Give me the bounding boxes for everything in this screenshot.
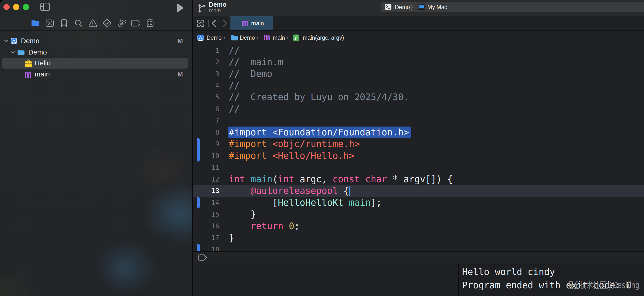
run-destination-icon xyxy=(418,4,426,10)
code-line-4: // xyxy=(229,80,240,91)
variables-view[interactable] xyxy=(193,264,458,296)
line-number: 7 xyxy=(193,115,219,126)
code-line-3: // Demo xyxy=(229,68,272,80)
tree-item-label: Hello xyxy=(35,59,51,67)
code-line-15: } xyxy=(229,208,256,220)
close-button[interactable] xyxy=(4,4,10,10)
tree-item-demo-0[interactable]: DemoM xyxy=(0,36,192,46)
tree-item-label: main xyxy=(35,70,50,78)
breadcrumb-label: main xyxy=(273,35,285,41)
line-number: 15 xyxy=(193,208,219,220)
text-cursor xyxy=(349,186,350,196)
tab-bar: m main xyxy=(193,16,644,30)
objc-file-icon: m xyxy=(24,69,32,80)
run-destination-name[interactable]: My Mac xyxy=(427,4,447,10)
breadcrumb-label: Demo xyxy=(240,35,255,41)
scheme-target-icon xyxy=(385,4,392,10)
app-icon xyxy=(197,35,204,41)
line-number: 5 xyxy=(193,91,219,103)
editor-column: Demo main Demo 〉 My Mac m main Demo〉Demo… xyxy=(193,0,644,296)
line-number: 2 xyxy=(193,56,219,68)
toggle-sidebar-icon[interactable] xyxy=(40,3,50,11)
navigator-sidebar: DemoMDemoHellommainM xyxy=(0,0,192,296)
objc-file-icon: m xyxy=(264,32,270,42)
folder-icon xyxy=(17,49,25,56)
code-editor[interactable]: 1//2// main.m3// Demo4//5// Created by L… xyxy=(193,44,644,251)
folder-icon xyxy=(231,35,238,41)
bookmarks-icon[interactable] xyxy=(61,19,67,27)
run-button[interactable] xyxy=(176,4,184,12)
tree-item-hello-2[interactable]: Hello xyxy=(0,58,192,69)
debug-bar xyxy=(193,251,644,264)
tab-main[interactable]: m main xyxy=(230,16,273,30)
line-number: 8 xyxy=(193,126,219,138)
debug-area: Hello world cindy Program ended with exi… xyxy=(193,264,644,296)
divider xyxy=(208,20,209,27)
watermark-text: 掘金技术社区@Dashing xyxy=(567,279,640,291)
line-number: 13 xyxy=(193,185,219,197)
project-navigator-icon[interactable] xyxy=(31,20,40,27)
line-number: 17 xyxy=(193,232,219,243)
objc-file-icon: m xyxy=(242,18,249,28)
code-line-14: [HelloHelloKt main]; xyxy=(229,197,382,208)
chevron-right-icon: 〉 xyxy=(411,4,413,10)
code-line-5: // Created by Luyu on 2025/4/30. xyxy=(229,91,409,103)
console-output[interactable]: Hello world cindy Program ended with exi… xyxy=(459,264,644,296)
go-back-icon[interactable] xyxy=(210,20,217,27)
chevron-down-icon[interactable] xyxy=(10,51,15,54)
code-line-12: int main(int argc, const char * argv[]) … xyxy=(229,173,453,185)
breakpoints-icon[interactable] xyxy=(131,20,140,27)
tests-icon[interactable] xyxy=(103,19,111,27)
line-number: 3 xyxy=(193,68,219,80)
line-number: 4 xyxy=(193,80,219,91)
code-line-10: #import <Hello/Hello.h> xyxy=(229,150,354,162)
issues-icon[interactable] xyxy=(88,19,97,27)
scheme-target-name[interactable]: Demo xyxy=(395,4,410,10)
code-line-9: #import <objc/runtime.h> xyxy=(229,138,360,150)
breadcrumb-label: main(argc, argv) xyxy=(303,35,344,41)
line-number: 18 xyxy=(193,244,219,251)
line-number: 11 xyxy=(193,162,219,173)
status-badge: M xyxy=(178,37,183,45)
debug-gauge-icon[interactable] xyxy=(117,19,126,28)
breadcrumb-label: Demo xyxy=(206,35,222,41)
line-number: 16 xyxy=(193,220,219,232)
breakpoint-tag-icon[interactable] xyxy=(198,254,207,261)
line-number: 12 xyxy=(193,173,219,185)
code-line-13: @autoreleasepool { xyxy=(229,185,349,197)
sidebar-titlebar xyxy=(0,0,192,16)
tree-item-demo-1[interactable]: Demo xyxy=(0,47,192,58)
framework-icon xyxy=(24,59,32,67)
xcode-window: DemoMDemoHellommainM Demo main Demo 〉 My… xyxy=(0,0,644,296)
go-forward-icon[interactable] xyxy=(222,20,228,27)
chevron-right-icon: 〉 xyxy=(286,35,288,41)
code-line-2: // main.m xyxy=(229,56,283,68)
line-number: 1 xyxy=(193,45,219,56)
scheme-selector[interactable]: Demo 〉 My Mac xyxy=(381,2,644,12)
tree-item-main-3[interactable]: mmainM xyxy=(0,69,192,80)
code-line-17: } xyxy=(229,232,234,243)
find-icon[interactable] xyxy=(74,19,82,27)
code-line-8: #import <Foundation/Foundation.h> xyxy=(229,126,409,138)
breadcrumb: Demo〉Demo〉mmain〉main(argc, argv) xyxy=(193,31,644,44)
chevron-right-icon: 〉 xyxy=(224,35,225,41)
code-line-1: // xyxy=(229,45,240,56)
tree-item-label: Demo xyxy=(28,48,47,56)
toolbar: Demo main Demo 〉 My Mac xyxy=(193,0,644,16)
chevron-right-icon: 〉 xyxy=(256,35,258,41)
editor-layout-grid-icon[interactable] xyxy=(197,20,204,27)
code-line-6: // xyxy=(229,103,240,115)
git-branch-icon xyxy=(197,2,207,13)
line-number: 9 xyxy=(193,138,219,150)
navigator-tab-icons xyxy=(0,16,192,30)
reports-icon[interactable] xyxy=(147,19,154,27)
line-number: 6 xyxy=(193,103,219,115)
minimize-button[interactable] xyxy=(13,4,19,10)
chevron-down-icon[interactable] xyxy=(4,40,8,42)
source-control-icon[interactable] xyxy=(46,19,54,27)
status-badge: M xyxy=(178,70,183,78)
zoom-button[interactable] xyxy=(23,4,29,10)
function-icon xyxy=(293,35,299,41)
project-tree: DemoMDemoHellommainM xyxy=(0,31,192,129)
code-line-16: return 0; xyxy=(229,220,300,232)
